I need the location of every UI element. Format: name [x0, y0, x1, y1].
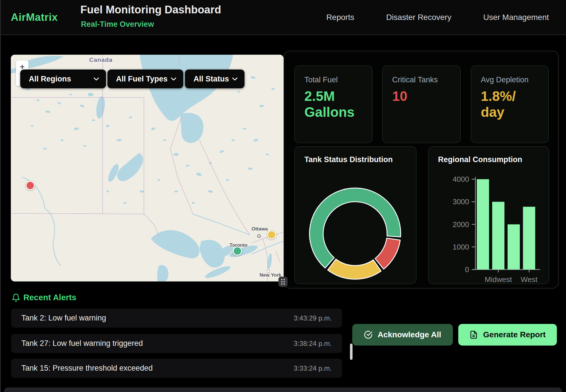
stat-label: Avg Depletion: [481, 75, 548, 84]
stat-value: 10: [392, 88, 460, 104]
svg-text:3000: 3000: [453, 197, 469, 206]
page-subtitle: Real-Time Overview: [81, 20, 154, 29]
alert-text: Tank 15: Pressure threshold exceeded: [21, 364, 153, 373]
alert-row[interactable]: Tank 2: Low fuel warning 3:43:29 p.m.: [11, 309, 342, 328]
acknowledge-all-button[interactable]: Acknowledge All: [352, 324, 453, 346]
svg-text:4000: 4000: [453, 175, 469, 183]
map-resize-handle[interactable]: [278, 277, 288, 287]
window-edge: [0, 0, 1, 392]
recent-alerts-heading: Recent Alerts: [23, 293, 76, 302]
map-label-canada: Canada: [88, 56, 114, 63]
svg-text:Midwest: Midwest: [485, 275, 512, 284]
check-circle-icon: [364, 330, 372, 339]
page-title: Fuel Monitoring Dashboard: [80, 4, 221, 16]
file-text-icon: [469, 330, 478, 339]
bell-icon: [11, 293, 21, 303]
stat-card-critical-tanks: Critical Tanks 10: [382, 66, 461, 143]
generate-report-button[interactable]: Generate Report: [458, 324, 557, 346]
map-panel[interactable]: Canada Ottawa Toronto New York + − All R…: [11, 55, 284, 281]
stat-value: 1.8%/day: [481, 88, 548, 120]
stat-value: 2.5MGallons: [304, 88, 372, 120]
alerts-scrollbar-thumb[interactable]: [350, 344, 353, 360]
nav-item-reports[interactable]: Reports: [326, 13, 354, 22]
alert-row[interactable]: Tank 27: Low fuel warning triggered 3:38…: [11, 334, 342, 353]
chevron-down-icon: [93, 77, 106, 81]
region-filter-select[interactable]: All Regions: [20, 70, 106, 88]
metrics-panel: Total Fuel 2.5MGallons Critical Tanks 10…: [284, 51, 559, 289]
tank-marker-normal[interactable]: [233, 246, 242, 256]
chart-title: Tank Status Distribution: [304, 155, 393, 164]
stat-label: Critical Tanks: [392, 75, 460, 84]
bottom-window-strip: [4, 387, 562, 392]
svg-text:0: 0: [465, 265, 469, 274]
grip-dots-icon: [280, 278, 286, 285]
main-nav: Reports Disaster Recovery User Managemen…: [326, 0, 549, 34]
nav-item-user-management[interactable]: User Management: [483, 13, 549, 22]
brand-logo: AirMatrix: [11, 11, 58, 23]
chevron-down-icon: [171, 77, 183, 81]
tank-marker-critical[interactable]: [26, 181, 35, 190]
regional-consumption-bar-chart: 01000200030004000MidwestWest: [428, 147, 549, 284]
regional-consumption-card: Regional Consumption 01000200030004000Mi…: [428, 146, 549, 284]
status-filter-select[interactable]: All Status: [185, 70, 245, 88]
svg-text:West: West: [521, 275, 538, 284]
alert-text: Tank 27: Low fuel warning triggered: [21, 339, 143, 348]
svg-text:2000: 2000: [453, 220, 469, 229]
tank-status-donut-chart: [295, 167, 417, 281]
chevron-down-icon: [232, 77, 245, 81]
alert-timestamp: 3:43:29 p.m.: [294, 314, 332, 322]
nav-item-disaster-recovery[interactable]: Disaster Recovery: [386, 13, 451, 22]
stat-card-avg-depletion: Avg Depletion 1.8%/day: [471, 66, 549, 143]
alert-timestamp: 3:38:24 p.m.: [294, 340, 332, 348]
stat-label: Total Fuel: [304, 75, 372, 84]
tank-marker-warning[interactable]: [267, 230, 276, 239]
tank-status-distribution-card: Tank Status Distribution: [294, 146, 416, 284]
fuel-type-filter-select[interactable]: All Fuel Types: [107, 70, 183, 88]
new-york-town-marker-icon: [267, 270, 270, 273]
stat-card-total-fuel: Total Fuel 2.5MGallons: [294, 66, 372, 143]
alert-row[interactable]: Tank 15: Pressure threshold exceeded 3:3…: [11, 359, 342, 378]
header-bar: AirMatrix Fuel Monitoring Dashboard Real…: [0, 0, 566, 35]
alert-text: Tank 2: Low fuel warning: [21, 314, 106, 322]
ottawa-town-marker-icon: [257, 234, 261, 238]
alert-timestamp: 3:33:24 p.m.: [294, 364, 332, 372]
dashboard-root: AirMatrix Fuel Monitoring Dashboard Real…: [0, 0, 566, 392]
svg-text:1000: 1000: [453, 243, 469, 251]
